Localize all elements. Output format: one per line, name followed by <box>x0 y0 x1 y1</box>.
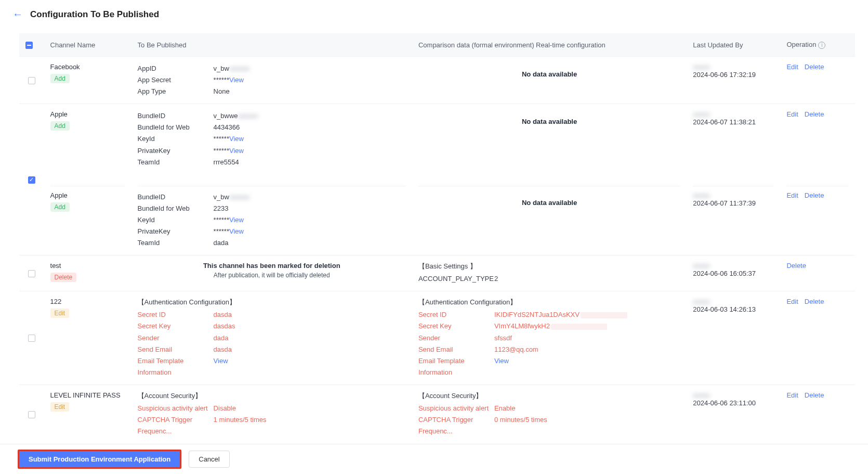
updated-time: 2024-06-07 11:37:39 <box>693 199 774 207</box>
kv-row: PrivateKey******View <box>138 226 406 237</box>
section-title: 【Account Security】 <box>138 391 406 401</box>
kv-row: KeyId******View <box>138 214 406 226</box>
channel-name: Facebook <box>50 63 125 71</box>
updated-by: xxxxx <box>693 262 717 270</box>
kv-row: CAPTCHA Trigger Frequenc...0 minutes/5 t… <box>418 414 680 437</box>
status-badge: Edit <box>50 402 70 412</box>
col-compare: Comparison data (formal environment) Rea… <box>412 33 687 57</box>
channel-name: Apple <box>50 110 125 118</box>
kv-row: Send Email1123@qq.com <box>418 344 680 355</box>
col-updated: Last Updated By <box>687 33 780 57</box>
delete-link[interactable]: Delete <box>805 298 824 305</box>
edit-link[interactable]: Edit <box>786 110 798 118</box>
delete-link[interactable]: Delete <box>786 262 806 270</box>
updated-by: xxxxx <box>693 191 717 199</box>
footer-bar: Submit Production Environment Applicatio… <box>0 444 868 474</box>
channel-name: test <box>50 262 125 270</box>
view-link[interactable]: View <box>229 227 244 235</box>
view-link[interactable]: View <box>229 216 244 224</box>
table-row: test Delete This channel has been marked… <box>19 255 856 291</box>
channel-name: Apple <box>50 191 125 199</box>
view-link[interactable]: View <box>229 76 244 84</box>
updated-by: xxxxx <box>693 63 717 71</box>
updated-by: xxxxx <box>693 391 717 399</box>
row-checkbox[interactable] <box>28 176 35 184</box>
kv-row: PrivateKey******View <box>138 145 406 157</box>
table-row: Apple Add BundleIDv_bwwexxxxxxBundleId f… <box>19 104 856 174</box>
section-title: 【Account Security】 <box>418 391 680 401</box>
view-link[interactable]: View <box>214 357 228 365</box>
kv-row: BundleId for Web2233 <box>138 203 406 214</box>
kv-row: TeamIdrrre5554 <box>138 157 406 168</box>
kv-row: Suspicious activity alertDisable <box>138 403 406 414</box>
back-arrow-icon[interactable]: ← <box>12 8 23 20</box>
view-link[interactable]: View <box>494 357 509 365</box>
view-link[interactable]: View <box>229 147 244 155</box>
section-title: 【Authentication Configuration】 <box>418 298 680 307</box>
select-all-checkbox[interactable] <box>25 42 33 49</box>
content: Channel Name To Be Published Comparison … <box>0 29 868 474</box>
kv-row: Email Template InformationView <box>418 355 680 378</box>
section-title: 【Authentication Configuration】 <box>138 298 406 307</box>
status-badge: Add <box>50 202 70 212</box>
kv-row: TeamIddada <box>138 237 406 249</box>
status-badge: Add <box>50 121 70 131</box>
kv-row: Secret IDIKIDiFYdS2NTJua1DAsKXV <box>418 309 680 321</box>
section-title: 【Basic Settings 】 <box>418 262 680 271</box>
no-data: No data available <box>418 191 680 214</box>
updated-time: 2024-06-06 17:32:19 <box>693 71 774 79</box>
updated-time: 2024-06-06 23:11:00 <box>693 399 774 407</box>
edit-link[interactable]: Edit <box>786 298 798 305</box>
view-link[interactable]: View <box>229 135 244 143</box>
col-publish: To Be Published <box>131 33 412 57</box>
edit-link[interactable]: Edit <box>786 391 798 399</box>
edit-link[interactable]: Edit <box>786 191 798 199</box>
edit-link[interactable]: Edit <box>786 63 798 71</box>
status-badge: Edit <box>50 309 70 318</box>
channel-name: 122 <box>50 298 125 305</box>
col-operation: Operationi <box>780 33 855 57</box>
deleted-message: This channel has been marked for deletio… <box>138 262 406 279</box>
kv-row: Senderdada <box>138 332 406 344</box>
page-title: Configuration To Be Published <box>30 9 159 20</box>
table-row: Facebook Add AppIDv_bwxxxxxxApp Secret**… <box>19 57 856 104</box>
no-data: No data available <box>418 110 680 133</box>
kv-row: App TypeNone <box>138 86 406 97</box>
kv-row: AppIDv_bwxxxxxx <box>138 63 406 74</box>
delete-link[interactable]: Delete <box>805 110 824 118</box>
kv-row: Secret KeyVImY4LM8fwykH2 <box>418 321 680 332</box>
updated-by: xxxxx <box>693 298 717 305</box>
kv-row: Email Template InformationView <box>138 355 406 378</box>
row-checkbox[interactable] <box>28 411 35 418</box>
col-channel: Channel Name <box>44 33 131 57</box>
row-checkbox[interactable] <box>28 335 35 342</box>
kv-row: Secret Keydasdas <box>138 321 406 332</box>
delete-link[interactable]: Delete <box>805 63 824 71</box>
table-row: 122 Edit 【Authentication Configuration】S… <box>19 291 856 385</box>
table-row: LEVEL INFINITE PASS Edit 【Account Securi… <box>19 385 856 443</box>
kv-row: BundleIDv_bwxxxxxx <box>138 191 406 203</box>
table-row: Apple Add BundleIDv_bwxxxxxxBundleId for… <box>19 174 856 255</box>
kv-row: Sendersfssdf <box>418 332 680 344</box>
kv-row: Suspicious activity alertEnable <box>418 403 680 414</box>
delete-link[interactable]: Delete <box>805 391 824 399</box>
submit-button[interactable]: Submit Production Environment Applicatio… <box>18 450 181 469</box>
kv-row: KeyId******View <box>138 133 406 145</box>
info-icon[interactable]: i <box>818 42 825 49</box>
updated-time: 2024-06-03 14:26:13 <box>693 305 774 313</box>
kv-row: Send Emaildasda <box>138 344 406 355</box>
cancel-button[interactable]: Cancel <box>189 451 229 468</box>
kv-row: CAPTCHA Trigger Frequenc...1 minutes/5 t… <box>138 414 406 437</box>
delete-link[interactable]: Delete <box>805 191 824 199</box>
updated-time: 2024-06-06 16:05:37 <box>693 270 774 277</box>
page-header: ← Configuration To Be Published <box>0 0 868 29</box>
kv-row: BundleIDv_bwwexxxxxx <box>138 110 406 122</box>
row-checkbox[interactable] <box>28 77 35 84</box>
channel-name: LEVEL INFINITE PASS <box>50 391 125 399</box>
status-badge: Add <box>50 74 70 83</box>
no-data: No data available <box>418 63 680 85</box>
row-checkbox[interactable] <box>28 270 35 277</box>
config-table: Channel Name To Be Published Comparison … <box>19 33 856 444</box>
kv-row: Secret IDdasda <box>138 309 406 321</box>
kv-row: BundleId for Web4434366 <box>138 122 406 133</box>
